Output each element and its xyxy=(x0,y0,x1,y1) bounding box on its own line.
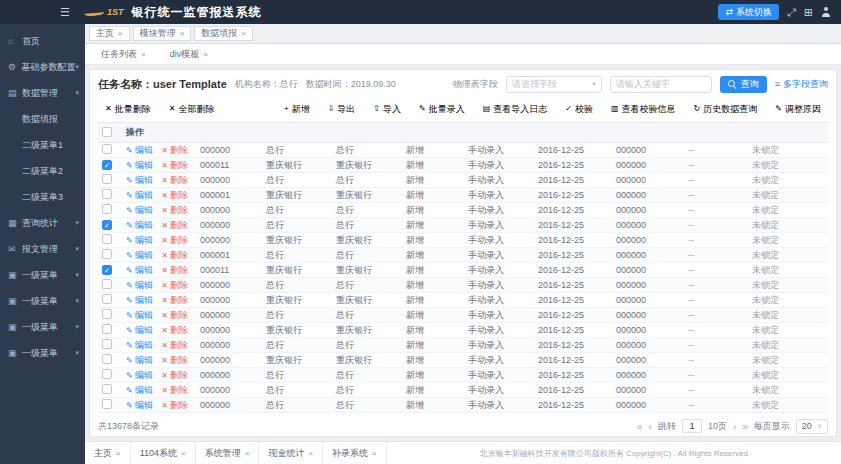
row-checkbox[interactable]: ✓ xyxy=(102,339,112,349)
edit-link[interactable]: ✎编辑 xyxy=(126,159,153,172)
close-icon[interactable]: × xyxy=(203,50,208,59)
taskbar-tab[interactable]: 系统管理 × xyxy=(196,442,260,464)
delete-link[interactable]: ✕删除 xyxy=(161,144,188,157)
row-checkbox[interactable]: ✓ xyxy=(102,324,112,334)
edit-link[interactable]: ✎编辑 xyxy=(126,309,153,322)
toolbar-button[interactable]: ✓ 校验 xyxy=(558,101,600,118)
delete-link[interactable]: ✕删除 xyxy=(161,384,188,397)
sidebar-item[interactable]: ▣ 一级菜单 ▾ xyxy=(0,340,85,366)
table-row[interactable]: ✓ ✎编辑 ✕删除 000011 重庆银行 重庆银行 新增 xyxy=(98,263,828,278)
sidebar-item[interactable]: 数据填报 xyxy=(0,106,85,132)
delete-link[interactable]: ✕删除 xyxy=(161,309,188,322)
close-icon[interactable]: × xyxy=(245,449,250,458)
edit-link[interactable]: ✎编辑 xyxy=(126,144,153,157)
sub-tab[interactable]: 任务列表 × xyxy=(93,47,154,62)
edit-link[interactable]: ✎编辑 xyxy=(126,354,153,367)
close-icon[interactable]: × xyxy=(181,449,186,458)
close-icon[interactable]: × xyxy=(180,29,185,38)
delete-link[interactable]: ✕删除 xyxy=(161,324,188,337)
sidebar-item[interactable]: ▣ 一级菜单 ▾ xyxy=(0,314,85,340)
sidebar-item[interactable]: ⌂ 首页 xyxy=(0,28,85,54)
page-tab[interactable]: 模块管理 × xyxy=(133,26,192,41)
sidebar-item[interactable]: ⚙ 基础参数配置 ▾ xyxy=(0,54,85,80)
table-row[interactable]: ✓ ✎编辑 ✕删除 000000 总行 总行 新增 xyxy=(98,218,828,233)
row-checkbox[interactable]: ✓ xyxy=(102,234,112,244)
toolbar-button[interactable]: ▤ 查看导入日志 xyxy=(476,101,555,118)
select-all-checkbox[interactable]: ✓ xyxy=(102,127,112,137)
table-row[interactable]: ✓ ✎编辑 ✕删除 000000 总行 总行 新增 xyxy=(98,383,828,398)
sidebar-item[interactable]: ▣ 一级菜单 ▾ xyxy=(0,262,85,288)
page-tab[interactable]: 主页 × xyxy=(89,26,130,41)
table-row[interactable]: ✓ ✎编辑 ✕删除 000000 总行 总行 新增 xyxy=(98,173,828,188)
table-row[interactable]: ✓ ✎编辑 ✕删除 000000 总行 总行 新增 xyxy=(98,338,828,353)
table-row[interactable]: ✓ ✎编辑 ✕删除 000000 总行 总行 新增 xyxy=(98,278,828,293)
close-icon[interactable]: × xyxy=(116,449,121,458)
delete-link[interactable]: ✕删除 xyxy=(161,294,188,307)
page-number-input[interactable] xyxy=(682,419,702,433)
table-row[interactable]: ✓ ✎编辑 ✕删除 000000 重庆银行 重庆银行 新增 xyxy=(98,353,828,368)
toolbar-button[interactable]: ✕ 批量删除 xyxy=(98,101,158,118)
row-checkbox[interactable]: ✓ xyxy=(102,204,112,214)
table-row[interactable]: ✓ ✎编辑 ✕删除 000000 总行 总行 新增 xyxy=(98,398,828,413)
edit-link[interactable]: ✎编辑 xyxy=(126,249,153,262)
page-tab[interactable]: 数据填报 × xyxy=(194,26,253,41)
edit-link[interactable]: ✎编辑 xyxy=(126,369,153,382)
toolbar-button[interactable]: ✎ 批量录入 xyxy=(412,101,472,118)
delete-link[interactable]: ✕删除 xyxy=(161,354,188,367)
row-checkbox[interactable]: ✓ xyxy=(102,144,112,154)
sub-tab[interactable]: div模板 × xyxy=(162,47,216,62)
sidebar-item[interactable]: ▣ 一级菜单 ▾ xyxy=(0,288,85,314)
field-select[interactable]: 请选择字段 ▾ xyxy=(506,76,602,93)
taskbar-tab[interactable]: 主页 × xyxy=(85,442,131,464)
delete-link[interactable]: ✕删除 xyxy=(161,399,188,412)
keyword-input[interactable] xyxy=(610,76,712,93)
edit-link[interactable]: ✎编辑 xyxy=(126,399,153,412)
table-row[interactable]: ✓ ✎编辑 ✕删除 000000 重庆银行 重庆银行 新增 xyxy=(98,293,828,308)
delete-link[interactable]: ✕删除 xyxy=(161,369,188,382)
multi-field-query-link[interactable]: ≡ 多字段查询 xyxy=(775,78,828,91)
delete-link[interactable]: ✕删除 xyxy=(161,219,188,232)
toolbar-button[interactable]: ▥ 查看校验信息 xyxy=(604,101,683,118)
table-row[interactable]: ✓ ✎编辑 ✕删除 000011 重庆银行 重庆银行 新增 xyxy=(98,158,828,173)
taskbar-tab[interactable]: 1104系统 × xyxy=(131,442,196,464)
delete-link[interactable]: ✕删除 xyxy=(161,174,188,187)
table-row[interactable]: ✓ ✎编辑 ✕删除 000001 总行 总行 新增 xyxy=(98,248,828,263)
toolbar-button[interactable]: ⇩ 导出 xyxy=(321,101,363,118)
menu-toggle-icon[interactable]: ☰ xyxy=(60,6,70,19)
edit-link[interactable]: ✎编辑 xyxy=(126,234,153,247)
delete-link[interactable]: ✕删除 xyxy=(161,279,188,292)
edit-link[interactable]: ✎编辑 xyxy=(126,294,153,307)
row-checkbox[interactable]: ✓ xyxy=(102,384,112,394)
row-checkbox[interactable]: ✓ xyxy=(102,189,112,199)
next-page-icon[interactable]: › xyxy=(733,421,736,432)
table-row[interactable]: ✓ ✎编辑 ✕删除 000000 重庆银行 重庆银行 新增 xyxy=(98,233,828,248)
toolbar-button[interactable]: ✕ 全部删除 xyxy=(162,101,222,118)
taskbar-tab[interactable]: 补录系统 × xyxy=(323,442,387,464)
sidebar-item[interactable]: 二级菜单1 xyxy=(0,132,85,158)
close-icon[interactable]: × xyxy=(372,449,377,458)
close-icon[interactable]: × xyxy=(241,29,246,38)
user-icon[interactable] xyxy=(821,7,831,17)
last-page-icon[interactable]: » xyxy=(742,421,748,432)
edit-link[interactable]: ✎编辑 xyxy=(126,384,153,397)
sidebar-item[interactable]: 二级菜单3 xyxy=(0,184,85,210)
row-checkbox[interactable]: ✓ xyxy=(102,309,112,319)
fullscreen-icon[interactable]: ⤢ xyxy=(787,6,796,19)
close-icon[interactable]: × xyxy=(118,29,123,38)
edit-link[interactable]: ✎编辑 xyxy=(126,279,153,292)
apps-icon[interactable]: ⊞ xyxy=(804,6,813,19)
system-switch-button[interactable]: ⇄ 系统切换 xyxy=(718,4,779,20)
edit-link[interactable]: ✎编辑 xyxy=(126,219,153,232)
table-row[interactable]: ✓ ✎编辑 ✕删除 000000 总行 总行 新增 xyxy=(98,143,828,158)
row-checkbox[interactable]: ✓ xyxy=(102,399,112,409)
table-row[interactable]: ✓ ✎编辑 ✕删除 000000 总行 总行 新增 xyxy=(98,308,828,323)
delete-link[interactable]: ✕删除 xyxy=(161,234,188,247)
edit-link[interactable]: ✎编辑 xyxy=(126,189,153,202)
sidebar-item[interactable]: ▦ 查询统计 ▾ xyxy=(0,210,85,236)
edit-link[interactable]: ✎编辑 xyxy=(126,339,153,352)
toolbar-button[interactable]: ↻ 历史数据查询 xyxy=(687,101,765,118)
edit-link[interactable]: ✎编辑 xyxy=(126,324,153,337)
delete-link[interactable]: ✕删除 xyxy=(161,264,188,277)
row-checkbox[interactable]: ✓ xyxy=(102,174,112,184)
table-row[interactable]: ✓ ✎编辑 ✕删除 000001 重庆银行 重庆银行 新增 xyxy=(98,188,828,203)
